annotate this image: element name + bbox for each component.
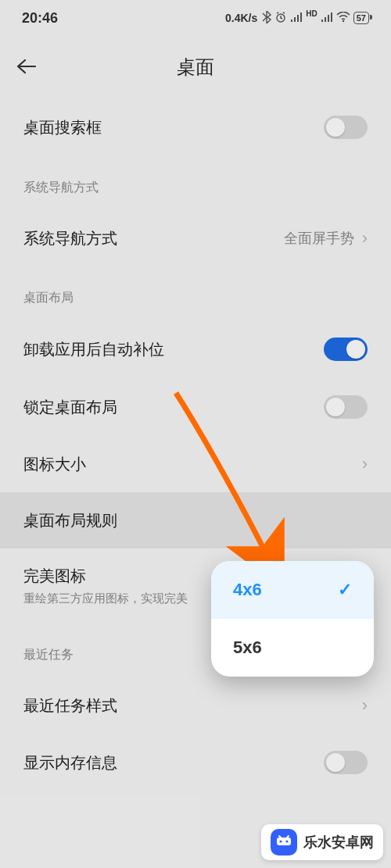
watermark: 乐水安卓网	[261, 824, 383, 860]
svg-point-4	[285, 840, 288, 842]
popup-option-label: 4x6	[233, 580, 262, 600]
popup-option-5x6[interactable]: 5x6	[211, 619, 374, 677]
watermark-text: 乐水安卓网	[303, 833, 374, 852]
check-icon: ✓	[338, 580, 352, 600]
dim-overlay	[0, 0, 391, 868]
layout-rule-popup: 4x6 ✓ 5x6	[211, 561, 374, 677]
settings-screen: 20:46 0.4K/s HD 57	[0, 0, 391, 868]
popup-option-4x6[interactable]: 4x6 ✓	[211, 561, 374, 619]
popup-option-label: 5x6	[233, 638, 262, 658]
svg-point-3	[279, 840, 282, 842]
watermark-logo-icon	[271, 829, 297, 855]
svg-rect-2	[277, 838, 291, 845]
